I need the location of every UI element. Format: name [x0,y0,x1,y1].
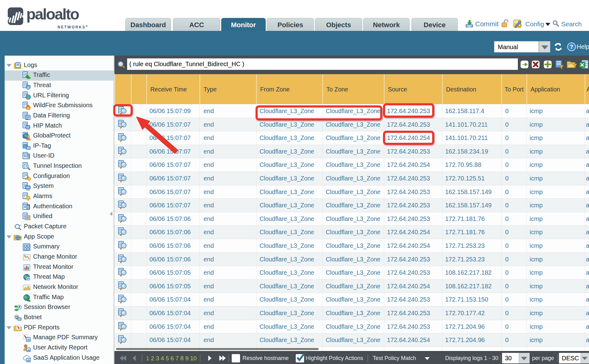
svg-text:?: ? [570,44,573,50]
svg-text:x: x [28,278,29,281]
svg-text:x: x [27,86,29,89]
